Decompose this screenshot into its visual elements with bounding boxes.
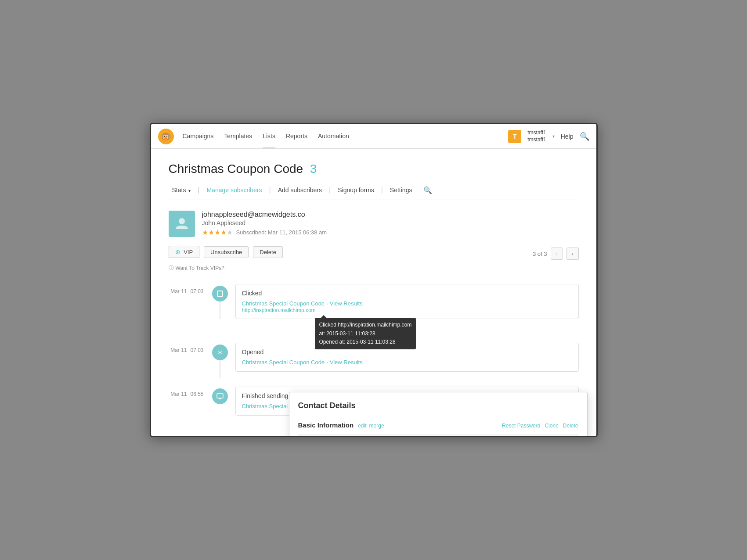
user-info: tmstaff1 tmstaff1 [527, 129, 546, 143]
timeline-date: Mar 11 [169, 341, 191, 353]
contact-details-title: Contact Details [298, 401, 578, 415]
timeline-view-results-link[interactable]: View Results [330, 300, 363, 307]
subnav-add-subscribers[interactable]: Add subscribers [274, 185, 325, 195]
vip-note-text: Want To Track VIPs? [176, 265, 224, 271]
svg-point-0 [179, 218, 185, 224]
svg-rect-1 [217, 291, 223, 296]
clone-link[interactable]: Clone [545, 423, 558, 429]
subnav-divider: | [329, 186, 331, 194]
avatar [169, 211, 195, 237]
monitor-icon [217, 393, 224, 400]
delete-link[interactable]: Delete [563, 423, 578, 429]
action-row: ⊕ VIP Unsubscribe Delete [169, 246, 283, 258]
search-icon[interactable]: 🔍 [423, 186, 432, 194]
pagination-text: 3 of 3 [533, 251, 547, 257]
subnav-divider: | [381, 186, 383, 194]
tooltip-line1: Clicked http://inspiration.mailchimp.com [319, 321, 412, 329]
subnav-stats[interactable]: Stats ▾ [169, 185, 195, 195]
nav-links: Campaigns Templates Lists Reports Automa… [183, 125, 509, 148]
subscriber-info: johnappleseed@acmewidgets.co John Apples… [202, 211, 579, 237]
timeline-time: 07:03 [191, 341, 209, 353]
delete-button[interactable]: Delete [253, 246, 283, 258]
nav-reports[interactable]: Reports [286, 125, 307, 148]
timeline-connector [220, 360, 220, 378]
nav-automation[interactable]: Automation [318, 125, 349, 148]
page-title-text: Christmas Coupon Code [169, 162, 303, 176]
tooltip: Clicked http://inspiration.mailchimp.com… [315, 318, 416, 349]
timeline-time: 07:03 [191, 282, 209, 294]
vip-label: VIP [184, 249, 193, 255]
info-icon: ⓘ [169, 264, 174, 272]
sending-icon [212, 388, 228, 404]
chevron-down-icon: ▾ [188, 188, 191, 193]
nav-right: T tmstaff1 tmstaff1 ▾ Help 🔍 [508, 129, 589, 143]
page-title: Christmas Coupon Code 3 [169, 162, 579, 176]
timeline-campaign-link[interactable]: Christmas Special Coupon Code [242, 300, 325, 307]
contact-details-overlay: Contact Details Basic Information edit m… [289, 392, 588, 437]
sub-nav: Stats ▾ | Manage subscribers | Add subsc… [169, 185, 579, 200]
main-content: Christmas Coupon Code 3 Stats ▾ | Manage… [151, 149, 596, 436]
unsubscribe-button[interactable]: Unsubscribe [204, 246, 249, 258]
tooltip-line3: Opened at: 2015-03-11 11:03:28 [319, 338, 412, 346]
tooltip-line2: at: 2015-03-11 11:03:28 [319, 330, 412, 338]
timeline-action: Opened [242, 348, 572, 355]
timeline-date: Mar 11 [169, 385, 191, 397]
nav-logo[interactable]: 🐵 [158, 129, 174, 144]
nav-bar: 🐵 Campaigns Templates Lists Reports Auto… [151, 124, 596, 149]
star-rating: ★★★★★ [202, 228, 233, 237]
contact-info-box: John johndoe@acme.co 12 Total Tickets Vi… [298, 434, 578, 437]
nav-campaigns[interactable]: Campaigns [183, 125, 214, 148]
timeline-campaign-link[interactable]: Christmas Special Coupon Code [242, 359, 325, 366]
clicked-icon [212, 286, 228, 302]
next-page-button[interactable]: › [567, 248, 579, 260]
nav-lists[interactable]: Lists [263, 125, 275, 148]
edit-link: edit merge [358, 423, 384, 429]
pagination: 3 of 3 ‹ › [533, 248, 579, 260]
subnav-divider: | [198, 186, 199, 194]
timeline-item: Mar 11 07:03 Clicked Christmas S [169, 282, 579, 319]
timeline-url[interactable]: http://inspiration.mailchimp.com [242, 307, 572, 313]
basic-info-header: Basic Information edit merge Reset Passw… [298, 421, 578, 429]
timeline-area: Mar 11 07:03 Clicked Christmas S [169, 282, 579, 416]
timeline-view-results-link[interactable]: View Results [330, 359, 363, 366]
timeline-date: Mar 11 [169, 282, 191, 294]
subnav-signup-forms[interactable]: Signup forms [334, 185, 377, 195]
basic-info-label: Basic Information [298, 421, 354, 429]
nav-templates[interactable]: Templates [224, 125, 252, 148]
user-badge: T [508, 130, 521, 143]
merge-button[interactable]: merge [369, 423, 384, 429]
subnav-settings[interactable]: Settings [386, 185, 416, 195]
timeline-time: 06:55 [191, 385, 209, 397]
svg-rect-2 [217, 394, 223, 398]
svg-rect-3 [219, 398, 221, 399]
subscriber-meta: ★★★★★ Subscribed: Mar 11, 2015 06:38 am [202, 228, 579, 237]
edit-button[interactable]: edit [358, 423, 366, 429]
prev-page-button[interactable]: ‹ [551, 248, 563, 260]
subscriber-name: John Appleseed [202, 219, 579, 226]
subscribed-date: Subscribed: Mar 11, 2015 06:38 am [236, 229, 327, 236]
envelope-icon: ✉ [217, 349, 223, 356]
search-icon[interactable]: 🔍 [580, 132, 589, 141]
user-name1: tmstaff1 [527, 129, 546, 136]
subnav-divider: | [269, 186, 271, 194]
opened-icon: ✉ [212, 345, 228, 360]
reset-password-link[interactable]: Reset Password [502, 423, 540, 429]
subscriber-email: johnappleseed@acmewidgets.co [202, 211, 579, 219]
subnav-manage-subscribers[interactable]: Manage subscribers [203, 185, 265, 195]
timeline-action: Clicked [242, 290, 572, 297]
page-count: 3 [310, 162, 317, 176]
plus-icon: ⊕ [175, 248, 180, 255]
timeline-line: ✉ [209, 341, 231, 378]
user-name2: tmstaff1 [527, 136, 546, 144]
timeline-content: Clicked Christmas Special Coupon Code · … [235, 284, 579, 319]
timeline-connector [220, 302, 220, 319]
basic-info-right: Reset Password Clone Delete [502, 423, 578, 429]
subscriber-card: johnappleseed@acmewidgets.co John Apples… [169, 211, 579, 237]
vip-button[interactable]: ⊕ VIP [169, 246, 200, 258]
person-icon [175, 217, 189, 231]
tooltip-arrow [321, 315, 326, 318]
help-link[interactable]: Help [561, 133, 574, 140]
vip-note: ⓘ Want To Track VIPs? [169, 264, 579, 272]
timeline-line [209, 282, 231, 319]
cursor-icon [217, 290, 224, 297]
